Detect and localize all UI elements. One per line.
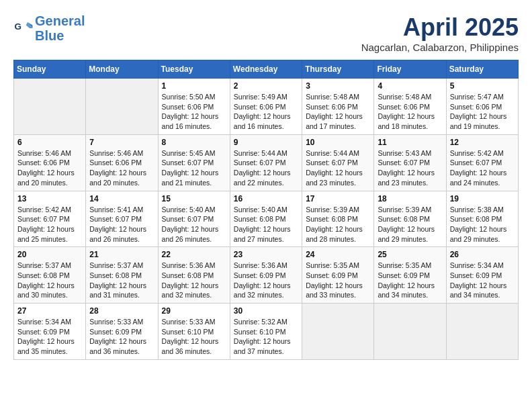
day-number: 13 [17,194,82,203]
day-info: Sunrise: 5:32 AM Sunset: 6:10 PM Dayligh… [234,317,298,357]
day-number: 10 [306,138,370,147]
calendar-cell: 16Sunrise: 5:40 AM Sunset: 6:08 PM Dayli… [230,191,302,247]
day-number: 4 [378,81,442,91]
day-info: Sunrise: 5:45 AM Sunset: 6:07 PM Dayligh… [162,148,226,188]
calendar-cell: 27Sunrise: 5:34 AM Sunset: 6:09 PM Dayli… [14,304,86,360]
day-number: 12 [450,138,515,147]
calendar-week-2: 6Sunrise: 5:46 AM Sunset: 6:06 PM Daylig… [14,134,519,191]
calendar-body: 1Sunrise: 5:50 AM Sunset: 6:06 PM Daylig… [14,79,519,360]
day-info: Sunrise: 5:42 AM Sunset: 6:07 PM Dayligh… [17,205,82,244]
day-info: Sunrise: 5:48 AM Sunset: 6:06 PM Dayligh… [306,92,370,132]
day-info: Sunrise: 5:46 AM Sunset: 6:06 PM Dayligh… [89,148,154,188]
day-number: 7 [89,138,154,147]
day-info: Sunrise: 5:35 AM Sunset: 6:09 PM Dayligh… [306,261,370,300]
day-number: 6 [17,138,82,147]
svg-text:G: G [15,21,22,32]
calendar-cell: 9Sunrise: 5:44 AM Sunset: 6:07 PM Daylig… [230,134,302,191]
day-number: 19 [450,194,515,203]
calendar-cell: 8Sunrise: 5:45 AM Sunset: 6:07 PM Daylig… [158,134,230,191]
title-block: April 2025 Nagcarlan, Calabarzon, Philip… [361,13,519,53]
day-info: Sunrise: 5:47 AM Sunset: 6:06 PM Dayligh… [450,92,515,132]
day-info: Sunrise: 5:40 AM Sunset: 6:07 PM Dayligh… [162,205,226,244]
day-number: 14 [89,194,154,203]
day-number: 1 [162,81,226,91]
calendar-cell: 11Sunrise: 5:43 AM Sunset: 6:07 PM Dayli… [374,134,446,191]
calendar-cell: 6Sunrise: 5:46 AM Sunset: 6:06 PM Daylig… [14,134,86,191]
logo-icon: G [13,18,34,38]
calendar-cell: 14Sunrise: 5:41 AM Sunset: 6:07 PM Dayli… [86,191,158,247]
day-info: Sunrise: 5:43 AM Sunset: 6:07 PM Dayligh… [378,148,442,188]
calendar-cell: 13Sunrise: 5:42 AM Sunset: 6:07 PM Dayli… [14,191,86,247]
day-header-monday: Monday [86,60,158,79]
calendar-cell: 1Sunrise: 5:50 AM Sunset: 6:06 PM Daylig… [158,79,230,135]
day-info: Sunrise: 5:44 AM Sunset: 6:07 PM Dayligh… [306,148,370,188]
calendar-cell: 21Sunrise: 5:37 AM Sunset: 6:08 PM Dayli… [86,247,158,304]
day-number: 17 [306,194,370,203]
calendar-cell [374,304,446,360]
day-number: 9 [234,138,298,147]
calendar-cell: 10Sunrise: 5:44 AM Sunset: 6:07 PM Dayli… [302,134,374,191]
calendar-cell: 20Sunrise: 5:37 AM Sunset: 6:08 PM Dayli… [14,247,86,304]
calendar-cell: 24Sunrise: 5:35 AM Sunset: 6:09 PM Dayli… [302,247,374,304]
calendar-week-5: 27Sunrise: 5:34 AM Sunset: 6:09 PM Dayli… [14,304,519,360]
calendar-cell: 28Sunrise: 5:33 AM Sunset: 6:09 PM Dayli… [86,304,158,360]
day-number: 29 [162,306,226,316]
day-info: Sunrise: 5:46 AM Sunset: 6:06 PM Dayligh… [17,148,82,188]
day-info: Sunrise: 5:34 AM Sunset: 6:09 PM Dayligh… [17,317,82,357]
day-info: Sunrise: 5:35 AM Sunset: 6:09 PM Dayligh… [378,261,442,300]
calendar-cell: 30Sunrise: 5:32 AM Sunset: 6:10 PM Dayli… [230,304,302,360]
day-number: 28 [89,306,154,316]
calendar-cell [14,79,86,135]
day-info: Sunrise: 5:37 AM Sunset: 6:08 PM Dayligh… [17,261,82,300]
day-number: 15 [162,194,226,203]
day-info: Sunrise: 5:44 AM Sunset: 6:07 PM Dayligh… [234,148,298,188]
day-info: Sunrise: 5:38 AM Sunset: 6:08 PM Dayligh… [450,205,515,244]
month-title: April 2025 [361,13,519,42]
day-number: 21 [89,250,154,259]
day-number: 20 [17,250,82,259]
calendar-cell: 26Sunrise: 5:34 AM Sunset: 6:09 PM Dayli… [446,247,518,304]
calendar-header-row: SundayMondayTuesdayWednesdayThursdayFrid… [14,60,519,79]
calendar-cell: 29Sunrise: 5:33 AM Sunset: 6:10 PM Dayli… [158,304,230,360]
logo-text: General Blue [35,13,85,43]
logo-line2: Blue [35,28,64,43]
calendar-cell: 12Sunrise: 5:42 AM Sunset: 6:07 PM Dayli… [446,134,518,191]
day-header-wednesday: Wednesday [230,60,302,79]
day-number: 25 [378,250,442,259]
calendar-cell: 4Sunrise: 5:48 AM Sunset: 6:06 PM Daylig… [374,79,446,135]
calendar-cell: 3Sunrise: 5:48 AM Sunset: 6:06 PM Daylig… [302,79,374,135]
calendar-week-1: 1Sunrise: 5:50 AM Sunset: 6:06 PM Daylig… [14,79,519,135]
day-info: Sunrise: 5:33 AM Sunset: 6:09 PM Dayligh… [89,317,154,357]
calendar-cell: 22Sunrise: 5:36 AM Sunset: 6:08 PM Dayli… [158,247,230,304]
day-header-friday: Friday [374,60,446,79]
logo-line1: General [35,13,85,28]
day-info: Sunrise: 5:41 AM Sunset: 6:07 PM Dayligh… [89,205,154,244]
day-info: Sunrise: 5:39 AM Sunset: 6:08 PM Dayligh… [306,205,370,244]
day-info: Sunrise: 5:40 AM Sunset: 6:08 PM Dayligh… [234,205,298,244]
calendar-cell [302,304,374,360]
day-number: 18 [378,194,442,203]
day-header-tuesday: Tuesday [158,60,230,79]
day-info: Sunrise: 5:42 AM Sunset: 6:07 PM Dayligh… [450,148,515,188]
day-info: Sunrise: 5:33 AM Sunset: 6:10 PM Dayligh… [162,317,226,357]
day-number: 2 [234,81,298,91]
calendar-cell [446,304,518,360]
day-header-thursday: Thursday [302,60,374,79]
day-number: 5 [450,81,515,91]
calendar-cell: 2Sunrise: 5:49 AM Sunset: 6:06 PM Daylig… [230,79,302,135]
calendar-cell: 15Sunrise: 5:40 AM Sunset: 6:07 PM Dayli… [158,191,230,247]
calendar-cell: 5Sunrise: 5:47 AM Sunset: 6:06 PM Daylig… [446,79,518,135]
day-number: 27 [17,306,82,316]
day-info: Sunrise: 5:36 AM Sunset: 6:08 PM Dayligh… [162,261,226,300]
calendar-week-4: 20Sunrise: 5:37 AM Sunset: 6:08 PM Dayli… [14,247,519,304]
page-header: G General Blue April 2025 Nagcarlan, Cal… [13,13,519,53]
day-info: Sunrise: 5:49 AM Sunset: 6:06 PM Dayligh… [234,92,298,132]
day-number: 8 [162,138,226,147]
day-number: 23 [234,250,298,259]
day-info: Sunrise: 5:50 AM Sunset: 6:06 PM Dayligh… [162,92,226,132]
day-info: Sunrise: 5:36 AM Sunset: 6:09 PM Dayligh… [234,261,298,300]
day-number: 16 [234,194,298,203]
calendar-cell: 25Sunrise: 5:35 AM Sunset: 6:09 PM Dayli… [374,247,446,304]
day-info: Sunrise: 5:37 AM Sunset: 6:08 PM Dayligh… [89,261,154,300]
day-info: Sunrise: 5:34 AM Sunset: 6:09 PM Dayligh… [450,261,515,300]
